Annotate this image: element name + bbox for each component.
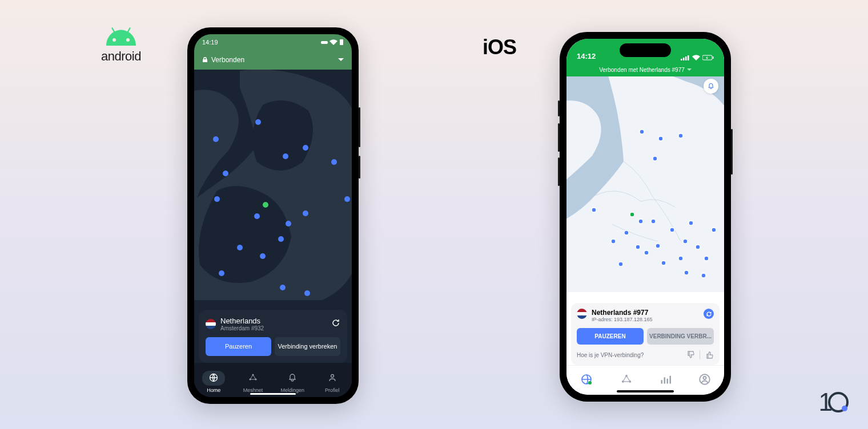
ios-map[interactable] bbox=[566, 76, 724, 292]
svg-rect-1 bbox=[340, 39, 343, 45]
nav-notifications[interactable]: Meldingen bbox=[281, 371, 305, 393]
svg-point-12 bbox=[237, 245, 243, 250]
bell-icon bbox=[288, 373, 297, 382]
svg-point-41 bbox=[636, 245, 640, 249]
android-status-bar: 14:19 bbox=[194, 34, 352, 50]
status-icons bbox=[681, 55, 714, 60]
svg-point-46 bbox=[683, 239, 688, 244]
disconnect-button[interactable]: VERBINDING VERBR... bbox=[647, 328, 714, 345]
svg-point-13 bbox=[219, 270, 224, 276]
svg-rect-62 bbox=[667, 378, 669, 383]
svg-point-38 bbox=[651, 219, 656, 224]
netherlands-flag-icon bbox=[577, 309, 587, 319]
nav-meshnet[interactable]: Meshnet bbox=[242, 371, 264, 393]
svg-point-44 bbox=[670, 228, 674, 232]
profile-icon bbox=[328, 373, 337, 382]
svg-rect-61 bbox=[664, 377, 666, 383]
svg-point-34 bbox=[653, 156, 657, 161]
battery-icon bbox=[339, 39, 344, 46]
android-screen: 14:19 Verbonden bbox=[194, 34, 352, 397]
nav-profile[interactable]: Profiel bbox=[321, 371, 344, 393]
nav-meshnet-label: Meshnet bbox=[243, 387, 263, 393]
svg-point-2 bbox=[213, 136, 219, 142]
refresh-button[interactable] bbox=[704, 309, 714, 319]
svg-point-17 bbox=[304, 290, 310, 296]
android-connection-card: Netherlands Amsterdam #932 Pauzeren Verb… bbox=[199, 310, 347, 363]
svg-point-53 bbox=[618, 262, 623, 266]
ios-connection-card: Netherlands #977 IP-adres: 193.187.128.1… bbox=[571, 303, 720, 365]
nav-home[interactable] bbox=[580, 373, 593, 388]
server-country: Netherlands #977 bbox=[592, 309, 653, 317]
svg-point-37 bbox=[638, 219, 643, 224]
svg-rect-25 bbox=[681, 59, 682, 60]
nav-stats[interactable] bbox=[660, 374, 671, 387]
dynamic-island bbox=[620, 43, 671, 57]
lock-icon bbox=[202, 57, 208, 63]
svg-point-16 bbox=[303, 211, 308, 216]
stats-icon bbox=[660, 374, 671, 385]
ios-label: iOS bbox=[483, 35, 516, 59]
svg-point-8 bbox=[283, 153, 288, 159]
status-time: 14:19 bbox=[202, 39, 218, 46]
svg-point-52 bbox=[701, 273, 706, 278]
signal-icon bbox=[681, 55, 690, 60]
volume-button bbox=[359, 107, 360, 147]
feedback-question: Hoe is je VPN-verbinding? bbox=[577, 352, 644, 358]
nav-home[interactable]: Home bbox=[202, 371, 225, 393]
nav-meshnet[interactable] bbox=[621, 374, 632, 387]
globe-icon bbox=[209, 373, 218, 382]
netherlands-flag-icon bbox=[206, 319, 216, 329]
disconnect-button[interactable]: Verbinding verbreken bbox=[275, 337, 340, 356]
svg-point-3 bbox=[223, 171, 228, 176]
vpn-icon bbox=[321, 39, 328, 45]
notifications-button[interactable] bbox=[704, 79, 718, 94]
nav-notifications-label: Meldingen bbox=[281, 387, 305, 393]
thumbs-up-button[interactable] bbox=[705, 350, 714, 359]
svg-point-56 bbox=[588, 381, 592, 385]
svg-point-49 bbox=[696, 245, 700, 249]
battery-icon bbox=[702, 55, 714, 60]
svg-point-24 bbox=[331, 374, 333, 377]
svg-point-51 bbox=[684, 270, 689, 275]
svg-point-14 bbox=[278, 236, 284, 242]
svg-point-18 bbox=[280, 285, 286, 290]
ios-phone-frame: 14:12 Verbonden met Netherlands #977 bbox=[560, 32, 731, 402]
svg-point-45 bbox=[689, 221, 693, 225]
svg-point-31 bbox=[640, 129, 644, 134]
android-connection-header[interactable]: Verbonden bbox=[194, 50, 352, 70]
svg-point-11 bbox=[260, 253, 266, 259]
silent-switch bbox=[558, 100, 560, 116]
svg-rect-28 bbox=[688, 55, 689, 60]
android-text: android bbox=[101, 49, 141, 64]
nav-home-label: Home bbox=[207, 387, 220, 393]
svg-point-15 bbox=[286, 221, 291, 226]
refresh-button[interactable] bbox=[331, 318, 340, 330]
pause-button[interactable]: Pauzeren bbox=[206, 337, 271, 356]
android-map[interactable] bbox=[194, 70, 352, 300]
ip-address: IP-adres: 193.187.128.165 bbox=[592, 317, 653, 322]
svg-rect-27 bbox=[685, 56, 687, 60]
svg-point-36 bbox=[630, 212, 634, 217]
svg-rect-0 bbox=[321, 41, 328, 44]
watermark-logo: 1 bbox=[819, 388, 849, 416]
android-home-indicator bbox=[250, 393, 296, 395]
meshnet-icon bbox=[621, 374, 632, 385]
svg-rect-30 bbox=[713, 56, 714, 59]
thumbs-down-button[interactable] bbox=[686, 350, 695, 359]
watermark-circle-icon bbox=[828, 392, 849, 412]
svg-point-7 bbox=[254, 213, 260, 219]
svg-point-43 bbox=[656, 244, 660, 248]
svg-point-35 bbox=[592, 208, 596, 212]
ios-connection-header[interactable]: Verbonden met Netherlands #977 bbox=[566, 63, 724, 76]
wifi-icon bbox=[692, 55, 700, 60]
svg-point-54 bbox=[712, 228, 716, 232]
ios-screen: 14:12 Verbonden met Netherlands #977 bbox=[566, 39, 724, 395]
svg-point-47 bbox=[661, 261, 666, 265]
nav-profile[interactable] bbox=[699, 374, 710, 387]
server-name: Amsterdam #932 bbox=[220, 325, 264, 331]
connection-status: Verbonden met Netherlands #977 bbox=[599, 67, 685, 73]
server-country: Netherlands bbox=[220, 317, 264, 325]
svg-point-39 bbox=[624, 230, 629, 235]
pause-button[interactable]: PAUZEREN bbox=[577, 328, 644, 345]
svg-rect-63 bbox=[670, 375, 672, 383]
